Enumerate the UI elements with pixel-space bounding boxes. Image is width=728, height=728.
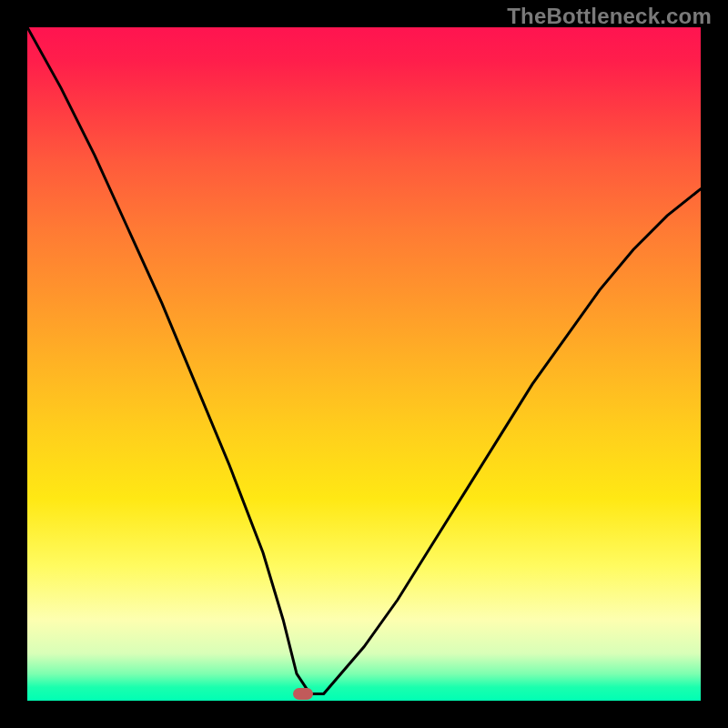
bottleneck-curve	[27, 27, 701, 701]
optimal-point-marker	[293, 688, 313, 700]
chart-plot-area	[27, 27, 701, 701]
watermark-text: TheBottleneck.com	[507, 4, 712, 29]
